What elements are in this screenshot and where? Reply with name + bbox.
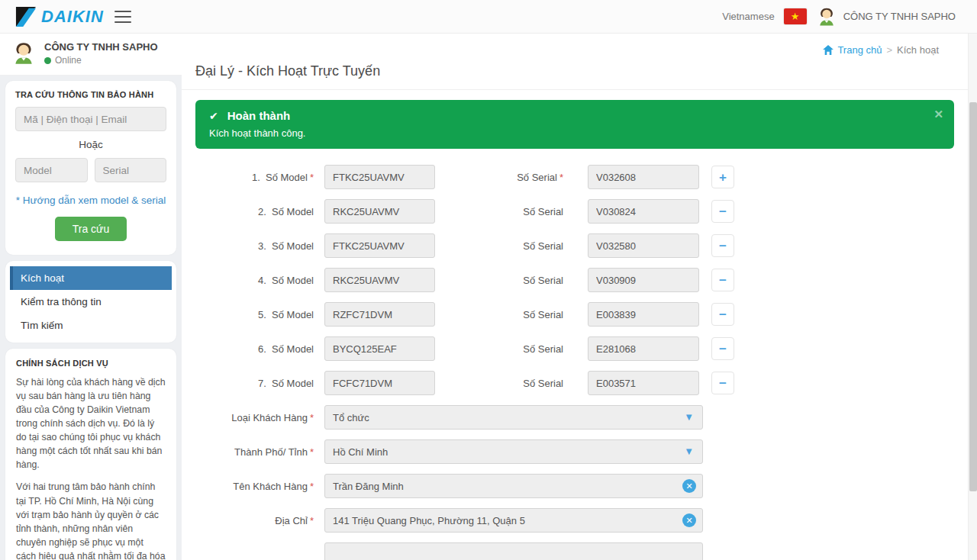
model-label: Số Model — [272, 343, 314, 355]
model-label: Số Model — [272, 378, 314, 389]
page-title: Đại Lý - Kích Hoạt Trực Tuyến — [195, 63, 954, 79]
model-input[interactable] — [324, 233, 435, 258]
sidebar-menu: Kích hoạt Kiểm tra thông tin Tìm kiếm — [5, 261, 176, 343]
service-policy-card: CHÍNH SÁCH DỊCH VỤ Sự hài lòng của khách… — [5, 349, 176, 560]
remove-row-button[interactable]: − — [711, 269, 734, 291]
customer-type-row: Loại Khách Hàng* Tổ chức ▼ — [195, 405, 954, 430]
clear-input-icon[interactable]: ✕ — [682, 513, 696, 527]
vietnam-flag-icon[interactable]: ★ — [784, 8, 807, 24]
minus-icon: − — [719, 240, 727, 253]
address-row: Địa Chỉ* ✕ — [195, 508, 954, 533]
field-label: Thành Phố/ Tỉnh — [234, 446, 308, 458]
model-input[interactable] — [324, 199, 435, 224]
remove-row-button[interactable]: − — [711, 337, 734, 360]
product-row: 1. Số Model* Số Serial* + — [195, 165, 954, 189]
model-input[interactable] — [324, 302, 435, 327]
serial-input[interactable] — [588, 336, 699, 361]
product-row: 3. Số Model Số Serial − — [195, 233, 954, 258]
field-label: Loại Khách Hàng — [231, 412, 308, 423]
breadcrumb-current: Kích hoạt — [897, 44, 939, 56]
serial-input[interactable] — [588, 268, 699, 292]
lookup-card-title: TRA CỨU THÔNG TIN BẢO HÀNH — [15, 90, 166, 99]
serial-label: Số Serial — [517, 172, 557, 183]
header-user-name: CÔNG TY TNHH SAPHO — [843, 11, 956, 22]
minus-icon: − — [719, 343, 727, 356]
row-index: 3. — [258, 240, 266, 252]
serial-input[interactable] — [588, 233, 699, 258]
alert-close-icon[interactable]: ✕ — [933, 108, 943, 121]
model-input[interactable] — [324, 371, 435, 395]
field-label: Địa Chỉ — [275, 515, 308, 526]
serial-input[interactable] — [588, 165, 699, 189]
model-label: Số Model — [266, 172, 308, 183]
minus-icon: − — [719, 308, 727, 321]
online-status-icon — [44, 57, 51, 64]
sidebar-item-kiem-tra-thong-tin[interactable]: Kiểm tra thông tin — [10, 290, 172, 314]
home-icon — [823, 45, 834, 55]
serial-label: Số Serial — [523, 206, 563, 217]
vertical-scrollbar[interactable] — [968, 34, 977, 560]
product-row: 4. Số Model Số Serial − — [195, 268, 954, 292]
serial-input[interactable] — [588, 371, 699, 395]
top-header: DAIKIN Vietnamese ★ CÔNG TY TNHH SAPHO — [0, 0, 977, 34]
customer-name-input[interactable] — [324, 474, 703, 498]
header-user-menu[interactable]: CÔNG TY TNHH SAPHO — [816, 6, 956, 27]
alert-message: Kích hoạt thành công. — [209, 127, 940, 139]
row-index: 1. — [252, 172, 260, 183]
city-row: Thành Phố/ Tỉnh* Hồ Chí Minh ▼ — [195, 439, 954, 464]
flag-star-icon: ★ — [791, 11, 800, 22]
policy-card-title: CHÍNH SÁCH DỊCH VỤ — [16, 359, 166, 368]
model-serial-guide-link[interactable]: * Hướng dẫn xem model & serial — [15, 195, 166, 206]
daikin-logo[interactable]: DAIKIN — [15, 6, 104, 27]
row-index: 2. — [258, 206, 266, 217]
minus-icon: − — [719, 274, 727, 287]
lookup-model-input[interactable] — [15, 158, 88, 182]
menu-toggle-icon[interactable] — [114, 11, 131, 23]
scrollbar-thumb[interactable] — [969, 102, 977, 491]
profile-avatar-icon — [11, 40, 37, 66]
lookup-submit-button[interactable]: Tra cứu — [55, 217, 127, 241]
serial-input[interactable] — [588, 302, 699, 327]
remove-row-button[interactable]: − — [711, 200, 734, 223]
customer-type-select[interactable]: Tổ chức — [324, 405, 703, 430]
breadcrumb-home-label: Trang chủ — [837, 44, 882, 56]
remove-row-button[interactable]: − — [711, 234, 734, 257]
model-label: Số Model — [272, 206, 314, 217]
model-input[interactable] — [324, 165, 435, 189]
partial-field[interactable] — [324, 542, 703, 560]
model-input[interactable] — [324, 336, 435, 361]
warranty-lookup-card: TRA CỨU THÔNG TIN BẢO HÀNH Hoặc * Hướng … — [5, 81, 176, 255]
city-select[interactable]: Hồ Chí Minh — [324, 439, 703, 464]
profile-name: CÔNG TY TNHH SAPHO — [44, 41, 158, 53]
serial-label: Số Serial — [523, 240, 563, 252]
product-row: 5. Số Model Số Serial − — [195, 302, 954, 327]
sidebar-item-kich-hoat[interactable]: Kích hoạt — [10, 266, 172, 290]
lookup-code-input[interactable] — [15, 107, 166, 131]
model-label: Số Model — [272, 275, 314, 286]
check-icon: ✔ — [209, 110, 218, 122]
required-mark: * — [310, 172, 314, 183]
lookup-serial-input[interactable] — [95, 158, 167, 182]
address-input[interactable] — [324, 508, 703, 533]
required-mark: * — [559, 172, 563, 183]
main-content: Trang chủ > Kích hoạt Đại Lý - Kích Hoạt… — [182, 34, 968, 560]
serial-label: Số Serial — [523, 275, 563, 286]
remove-row-button[interactable]: − — [711, 303, 734, 326]
row-index: 4. — [258, 275, 266, 286]
serial-label: Số Serial — [523, 309, 563, 320]
sidebar-item-tim-kiem[interactable]: Tìm kiếm — [10, 314, 172, 337]
product-row: 6. Số Model Số Serial − — [195, 336, 954, 361]
language-selector[interactable]: Vietnamese — [722, 11, 774, 22]
model-label: Số Model — [272, 240, 314, 252]
clear-input-icon[interactable]: ✕ — [682, 479, 696, 493]
model-label: Số Model — [272, 309, 314, 320]
serial-input[interactable] — [588, 199, 699, 224]
breadcrumb-home-link[interactable]: Trang chủ — [823, 44, 882, 56]
add-row-button[interactable]: + — [711, 166, 734, 188]
required-mark: * — [310, 412, 314, 423]
model-input[interactable] — [324, 268, 435, 292]
remove-row-button[interactable]: − — [711, 372, 734, 394]
policy-paragraph: Với hai trung tâm bảo hành chính tại TP.… — [16, 480, 166, 560]
online-status-label: Online — [55, 55, 82, 66]
partial-field-row — [195, 542, 954, 560]
